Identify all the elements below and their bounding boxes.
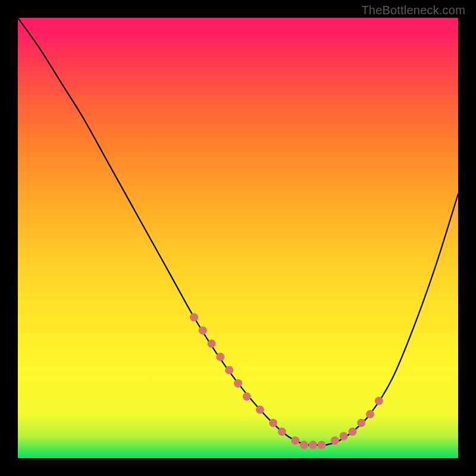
plot-area	[18, 18, 458, 458]
marker-point	[375, 397, 383, 405]
marker-point	[208, 340, 216, 348]
highlighted-points	[190, 313, 383, 449]
marker-point	[348, 428, 356, 436]
chart-frame: TheBottleneck.com	[0, 0, 476, 476]
marker-point	[256, 406, 264, 414]
marker-point	[269, 419, 277, 427]
marker-point	[190, 313, 198, 321]
marker-point	[331, 436, 339, 444]
marker-point	[366, 410, 374, 418]
marker-point	[318, 441, 326, 449]
marker-point	[243, 392, 251, 400]
marker-point	[291, 436, 299, 444]
marker-point	[216, 353, 224, 361]
marker-point	[357, 419, 365, 427]
marker-point	[300, 441, 308, 449]
marker-point	[309, 441, 317, 449]
curve-layer	[18, 18, 458, 458]
attribution-text: TheBottleneck.com	[361, 4, 465, 17]
marker-point	[278, 428, 286, 436]
marker-point	[225, 366, 233, 374]
marker-point	[234, 379, 242, 387]
marker-point	[199, 326, 207, 334]
marker-point	[340, 432, 348, 440]
